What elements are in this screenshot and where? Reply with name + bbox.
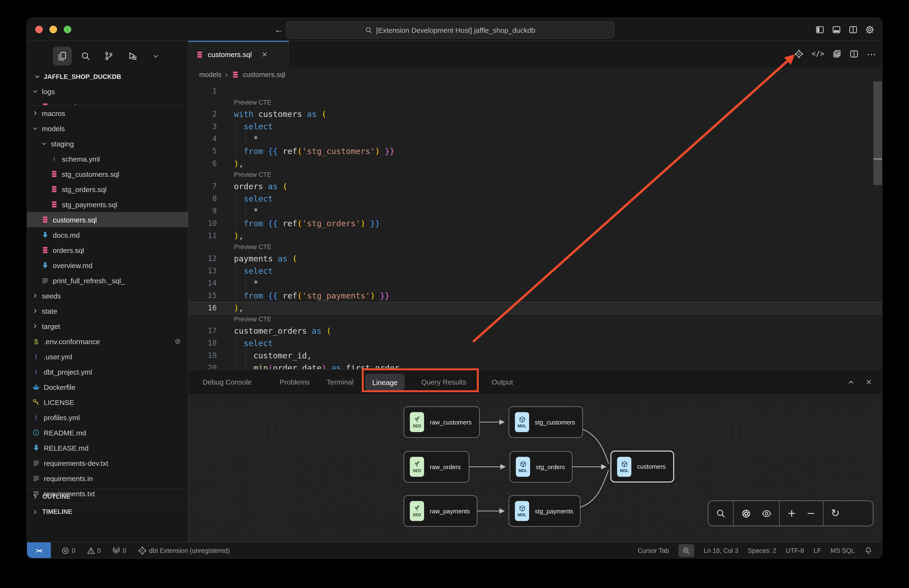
tree-folder-state[interactable]: state [27, 303, 188, 318]
layout-sidebar-icon[interactable] [815, 25, 824, 34]
codelens-preview-cte[interactable]: Preview CTE [234, 97, 882, 108]
layout-panel-icon[interactable] [832, 25, 841, 34]
code-icon[interactable]: </> [812, 50, 824, 58]
codelens-preview-cte[interactable]: Preview CTE [234, 314, 882, 325]
status-dbt-star[interactable]: dbt Extension (unregistered) [138, 546, 229, 555]
status-error-circle[interactable]: 0 [61, 547, 75, 555]
code-line-19[interactable]: 19 customer_id, [188, 349, 882, 362]
tree-file-stg-payments-sql[interactable]: stg_payments.sql [27, 197, 188, 212]
tree-file-overview-md[interactable]: overview.md [27, 258, 188, 273]
lineage-node-stg_customers[interactable]: MDLstg_customers [509, 406, 583, 438]
tree-file-profiles-yml[interactable]: !profiles.yml [27, 410, 188, 425]
close-icon[interactable] [261, 51, 268, 58]
status-cursor-tab[interactable]: Cursor Tab [638, 547, 669, 554]
code-line-5[interactable]: 5 from {{ ref('stg_customers') }} [188, 145, 882, 157]
lineage-node-stg_orders[interactable]: MDLstg_orders [510, 451, 572, 483]
code-line-6[interactable]: 6), [188, 157, 882, 170]
tree-file-release-md[interactable]: RELEASE.md [27, 440, 188, 456]
code-line-16[interactable]: 16), [188, 302, 882, 314]
activity-source-control-button[interactable] [99, 47, 118, 66]
tree-file-query-log-sq[interactable]: query_log.sq [27, 99, 188, 105]
tab-customers-sql[interactable]: customers.sql [188, 41, 289, 67]
aperture-icon[interactable] [741, 508, 751, 519]
code-line-17[interactable]: 17customer_orders as ( [188, 325, 882, 337]
panel-tab-lineage[interactable]: Lineage [365, 374, 405, 391]
code-line-13[interactable]: 13 select [188, 265, 882, 277]
tree-file-dbt-project-yml[interactable]: !dbt_project.yml [27, 364, 188, 379]
close-window-button[interactable] [35, 26, 43, 33]
remote-indicator[interactable]: >< [27, 542, 51, 559]
zoom-window-button[interactable] [64, 26, 71, 33]
tree-folder-models[interactable]: models [27, 121, 188, 136]
tree-file-docs-md[interactable]: docs.md [27, 227, 188, 242]
code-line-10[interactable]: 10 from {{ ref('stg_orders') }} [188, 217, 882, 229]
breadcrumb[interactable]: models › customers.sql [188, 67, 882, 82]
activity-run-debug-button[interactable] [123, 47, 142, 66]
layout-split-icon[interactable] [849, 49, 859, 58]
tree-folder-macros[interactable]: macros [27, 105, 188, 121]
status-spaces-2[interactable]: Spaces: 2 [748, 547, 777, 554]
panel-tab-problems[interactable]: Problems [279, 370, 310, 394]
code-editor[interactable]: 1Preview CTE2with customers as (3 select… [188, 82, 882, 372]
eye-icon[interactable] [762, 508, 772, 519]
tree-file-readme-md[interactable]: README.md [27, 425, 188, 440]
close-icon[interactable] [865, 378, 872, 386]
tree-file-dockerfile[interactable]: Dockerfile [27, 379, 188, 394]
panel-tab-output[interactable]: Output [492, 370, 513, 394]
tree-folder-seeds[interactable]: seeds [27, 288, 188, 303]
status-utf-8[interactable]: UTF-8 [786, 547, 804, 554]
activity-search-button[interactable] [76, 47, 95, 66]
code-line-11[interactable]: 11), [188, 229, 882, 242]
tree-file-stg-orders-sql[interactable]: stg_orders.sql [27, 182, 188, 197]
code-line-4[interactable]: 4 * [188, 132, 882, 145]
code-line-8[interactable]: 8 select [188, 192, 882, 205]
tree-folder-target[interactable]: target [27, 318, 188, 334]
preview-table-icon[interactable] [833, 49, 841, 58]
lineage-node-raw_payments[interactable]: SEDraw_payments [404, 495, 477, 527]
tree-file-print-full-refresh-sql-[interactable]: print_full_refresh._sql_ [27, 273, 188, 288]
breadcrumb-file[interactable]: customers.sql [243, 71, 285, 78]
status-lf[interactable]: LF [814, 547, 821, 554]
tree-file-customers-sql[interactable]: customers.sql [27, 212, 188, 227]
tree-file-stg-customers-sql[interactable]: stg_customers.sql [27, 166, 188, 182]
command-center-search[interactable]: [Extension Development Host] jaffle_shop… [286, 21, 614, 39]
status-ln-16-col-3[interactable]: Ln 16, Col 3 [704, 547, 738, 554]
lineage-node-raw_orders[interactable]: SEDraw_orders [404, 451, 469, 483]
tree-file-license[interactable]: LICENSE [27, 394, 188, 410]
chevron-up-icon[interactable] [847, 378, 855, 386]
tree-file--user-yml[interactable]: !.user.yml [27, 349, 188, 364]
codelens-preview-cte[interactable]: Preview CTE [234, 170, 882, 180]
lineage-node-stg_payments[interactable]: MDLstg_payments [509, 495, 581, 527]
code-line-18[interactable]: 18 select [188, 337, 882, 349]
code-line-9[interactable]: 9 * [188, 205, 882, 217]
status-ms-sql[interactable]: MS SQL [831, 547, 855, 554]
editor-scrollbar[interactable] [873, 81, 882, 185]
code-line-2[interactable]: 2with customers as ( [188, 108, 882, 120]
refresh-icon[interactable]: ↻ [831, 508, 840, 519]
breadcrumb-folder[interactable]: models [199, 71, 221, 78]
code-line-15[interactable]: 15 from {{ ref('stg_payments') }} [188, 289, 882, 302]
tree-file-requirements-in[interactable]: requirements.in [27, 470, 188, 486]
minimize-window-button[interactable] [50, 26, 57, 33]
minus-icon[interactable]: − [807, 508, 815, 519]
activity-chevron-down-button[interactable] [146, 47, 165, 66]
code-line-7[interactable]: 7orders as ( [188, 180, 882, 192]
tree-file-schema-yml[interactable]: !schema.yml [27, 151, 188, 166]
sidebar-section-timeline[interactable]: TIMELINE [27, 504, 188, 519]
activity-files-button[interactable] [53, 47, 72, 66]
lineage-node-customers[interactable]: MDLcustomers [610, 451, 674, 483]
code-line-14[interactable]: 14 * [188, 277, 882, 289]
search-icon[interactable] [716, 509, 725, 518]
ellipsis-icon[interactable]: ⋯ [867, 49, 876, 59]
layout-split-icon[interactable] [849, 25, 858, 34]
status-warning-triangle[interactable]: 0 [87, 547, 101, 555]
dbt-star-icon[interactable] [794, 49, 804, 58]
explorer-header[interactable]: JAFFLE_SHOP_DUCKDB [27, 69, 195, 84]
sidebar-section-outline[interactable]: OUTLINE [27, 489, 188, 504]
lineage-node-raw_customers[interactable]: SEDraw_customers [404, 406, 480, 438]
panel-tab-query-results[interactable]: Query Results [421, 370, 467, 394]
tree-folder-logs[interactable]: logs [27, 84, 188, 99]
tree-folder-staging[interactable]: staging [27, 136, 188, 151]
status-bell[interactable] [864, 547, 872, 555]
tree-file--env-conformance[interactable]: $.env.conformance⊘ [27, 334, 188, 349]
